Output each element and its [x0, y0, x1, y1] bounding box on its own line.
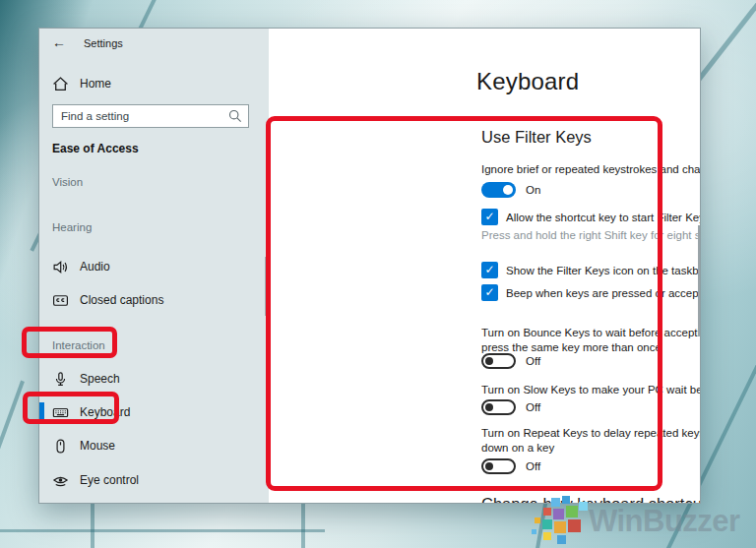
annotation-box-interaction — [22, 327, 117, 358]
search-box[interactable] — [52, 104, 249, 128]
window-title: Settings — [84, 37, 123, 49]
search-icon[interactable] — [227, 108, 243, 124]
sidebar-item-label: Audio — [80, 260, 110, 274]
winbuzzer-text: WinBuzzer — [589, 504, 740, 539]
home-icon — [52, 76, 69, 92]
sidebar-section-title: Ease of Access — [52, 142, 139, 155]
eye-icon — [52, 472, 69, 489]
background-line — [0, 529, 325, 532]
sidebar-item-label: Closed captions — [80, 293, 163, 307]
speaker-icon — [52, 259, 69, 275]
sidebar-item-closed-captions[interactable]: Closed captions — [52, 288, 163, 312]
closed-captions-icon — [52, 292, 69, 309]
mouse-icon — [52, 438, 69, 455]
sidebar-item-audio[interactable]: Audio — [52, 255, 110, 278]
search-input[interactable] — [53, 110, 227, 122]
sidebar-item-label: Speech — [80, 372, 120, 386]
background-line — [301, 500, 305, 548]
sidebar: ← Settings Home Ease of Access Vision He… — [39, 29, 269, 503]
sidebar-item-eye-control[interactable]: Eye control — [52, 468, 139, 492]
sidebar-group-hearing: Hearing — [52, 221, 92, 233]
microphone-icon — [52, 371, 69, 388]
sidebar-group-vision: Vision — [52, 176, 83, 188]
back-button[interactable]: ← — [52, 34, 66, 50]
desktop-background: ← Settings Home Ease of Access Vision He… — [0, 0, 756, 548]
annotation-box-filter-keys — [266, 116, 662, 491]
sidebar-item-label: Mouse — [80, 439, 115, 453]
sidebar-item-label: Home — [80, 77, 111, 91]
background-line — [91, 497, 94, 548]
sidebar-item-mouse[interactable]: Mouse — [52, 434, 115, 457]
sidebar-item-home[interactable]: Home — [52, 72, 111, 95]
sidebar-item-speech[interactable]: Speech — [52, 367, 120, 391]
annotation-box-keyboard — [23, 392, 119, 424]
content-scrollbar[interactable] — [698, 225, 701, 336]
background-line — [0, 381, 25, 548]
winbuzzer-watermark: WinBuzzer — [530, 496, 756, 548]
page-title: Keyboard — [476, 68, 579, 95]
sidebar-item-label: Eye control — [80, 473, 139, 487]
